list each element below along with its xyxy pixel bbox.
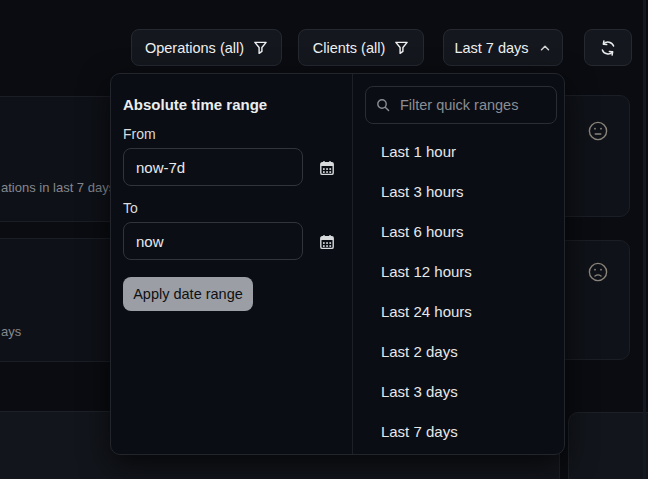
- quick-ranges-filter-input[interactable]: [398, 96, 546, 114]
- background-card-caption: ays: [1, 324, 21, 339]
- sad-face-icon: [587, 261, 609, 283]
- clients-filter-button[interactable]: Clients (all): [298, 29, 424, 66]
- quick-range-option[interactable]: Last 2 days: [353, 331, 564, 371]
- background-card-caption: ations in last 7 days: [1, 180, 115, 195]
- to-label: To: [123, 200, 138, 216]
- operations-filter-label: Operations (all): [145, 40, 244, 56]
- quick-ranges-list: Last 1 hour Last 3 hours Last 6 hours La…: [353, 131, 564, 451]
- funnel-icon: [253, 40, 268, 55]
- refresh-icon: [599, 39, 617, 57]
- time-range-button[interactable]: Last 7 days: [443, 29, 563, 66]
- time-picker-popover: Absolute time range From: [110, 73, 565, 455]
- background-card-bottom-right: [568, 412, 648, 479]
- quick-range-option[interactable]: Last 1 hour: [353, 131, 564, 171]
- quick-range-option[interactable]: Last 6 hours: [353, 211, 564, 251]
- operations-filter-button[interactable]: Operations (all): [131, 29, 282, 66]
- refresh-button[interactable]: [584, 29, 632, 66]
- search-icon: [376, 98, 390, 112]
- absolute-time-range-section: Absolute time range From: [111, 74, 352, 454]
- clients-filter-label: Clients (all): [313, 40, 386, 56]
- from-label: From: [123, 126, 156, 142]
- from-calendar-button[interactable]: [318, 159, 336, 177]
- absolute-time-range-title: Absolute time range: [123, 96, 267, 113]
- to-input[interactable]: [123, 222, 303, 260]
- quick-range-option[interactable]: Last 24 hours: [353, 291, 564, 331]
- app-window: ations in last 7 days ays Operations (al…: [0, 0, 648, 479]
- quick-range-option[interactable]: Last 7 days: [353, 411, 564, 451]
- quick-range-option[interactable]: Last 3 hours: [353, 171, 564, 211]
- quick-ranges-section: Last 1 hour Last 3 hours Last 6 hours La…: [352, 74, 564, 454]
- chevron-up-icon: [538, 41, 552, 55]
- quick-range-option[interactable]: Last 3 days: [353, 371, 564, 411]
- neutral-face-icon: [587, 120, 609, 142]
- calendar-icon: [319, 234, 335, 250]
- quick-ranges-search[interactable]: [365, 86, 557, 124]
- quick-range-option[interactable]: Last 12 hours: [353, 251, 564, 291]
- apply-date-range-button[interactable]: Apply date range: [123, 277, 253, 311]
- time-range-label: Last 7 days: [454, 40, 528, 56]
- from-input[interactable]: [123, 148, 303, 186]
- scrollbar[interactable]: [643, 0, 646, 479]
- calendar-icon: [319, 160, 335, 176]
- funnel-icon: [394, 40, 409, 55]
- to-calendar-button[interactable]: [318, 233, 336, 251]
